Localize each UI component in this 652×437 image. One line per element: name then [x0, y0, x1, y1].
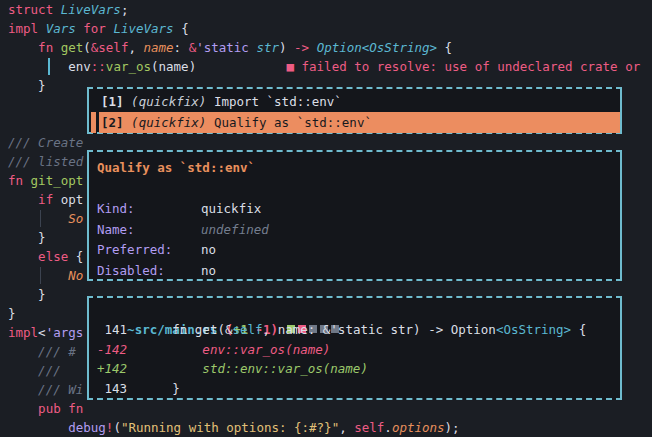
- item-label: Import `std::env`: [214, 94, 342, 109]
- item-kind-badge: (quickfix): [124, 94, 214, 109]
- detail-label: Disabled:: [97, 261, 201, 282]
- code-line: 143 }: [97, 379, 612, 399]
- detail-row: Name:undefined: [97, 220, 612, 241]
- details-spacer: [97, 179, 612, 200]
- code-line: 141 fn get(&self, name: &'static str) ->…: [97, 320, 612, 340]
- code-line: -142 env::var_os(name): [97, 340, 612, 360]
- code-line[interactable]: struct LiveVars;: [8, 0, 652, 19]
- detail-label: Kind:: [97, 199, 201, 220]
- menu-item[interactable]: [1] (quickfix) Import `std::env`: [89, 91, 620, 112]
- item-index: [1]: [101, 94, 124, 109]
- diff-header: ~src/main.rs(+1 -1): [97, 300, 612, 320]
- code-action-menu: [1] (quickfix) Import `std::env`[2] (qui…: [87, 87, 622, 134]
- item-index: [2]: [101, 115, 124, 130]
- code-action-details-panel: Qualify as `std::env` Kind:quickfixName:…: [87, 150, 622, 281]
- detail-label: Name:: [97, 220, 201, 241]
- detail-label: Preferred:: [97, 240, 201, 261]
- menu-item[interactable]: [2] (quickfix) Qualify as `std::env`: [99, 112, 620, 133]
- detail-value: no: [201, 242, 216, 257]
- detail-value: quickfix: [201, 201, 261, 216]
- code-line[interactable]: fn get(&self, name: &'static str) -> Opt…: [8, 38, 652, 57]
- detail-value: undefined: [201, 222, 269, 237]
- detail-row: Kind:quickfix: [97, 199, 612, 220]
- indent-guide: [40, 210, 41, 227]
- item-label: Qualify as `std::env`: [214, 115, 372, 130]
- detail-row: Disabled:no: [97, 261, 612, 282]
- code-line[interactable]: debug!("Running with options: {:#?}", se…: [8, 418, 652, 437]
- item-kind-badge: (quickfix): [124, 115, 214, 130]
- indent-guide: [40, 267, 41, 284]
- code-line: +142 std::env::var_os(name): [97, 359, 612, 379]
- code-line[interactable]: impl Vars for LiveVars {: [8, 19, 652, 38]
- diff-lines: 141 fn get(&self, name: &'static str) ->…: [97, 320, 612, 399]
- detail-row: Preferred:no: [97, 240, 612, 261]
- detail-value: no: [201, 263, 216, 278]
- cursor-bar: [48, 58, 50, 75]
- code-line[interactable]: env::var_os(name) ■ failed to resolve: u…: [8, 57, 652, 76]
- code-line[interactable]: pub fn: [8, 399, 652, 418]
- details-title: Qualify as `std::env`: [97, 158, 612, 179]
- diff-preview-panel: ~src/main.rs(+1 -1) 141 fn get(&self, na…: [87, 296, 622, 400]
